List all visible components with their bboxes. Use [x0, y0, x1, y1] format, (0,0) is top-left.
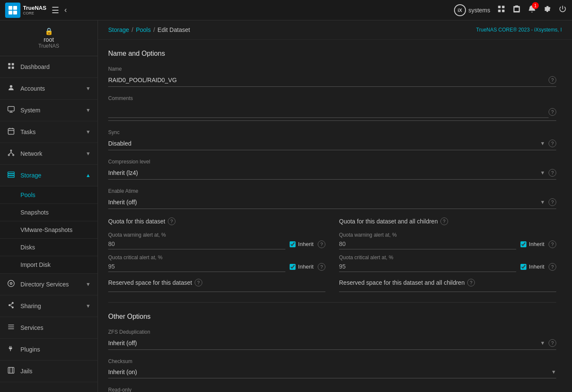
quota-children-warning-inherit-checkbox[interactable]: [520, 241, 526, 247]
sidebar-item-storage[interactable]: Storage ▲: [0, 165, 98, 186]
sidebar-subitem-vmware-snapshots[interactable]: VMware-Snapshots: [0, 221, 98, 239]
sidebar-subitem-pools[interactable]: Pools: [0, 186, 98, 204]
sidebar-item-services[interactable]: Services: [0, 317, 98, 339]
sidebar-item-tasks[interactable]: Tasks ▼: [0, 121, 98, 143]
compression-label: Compression level: [108, 159, 556, 165]
reserved-row: Reserved space for this dataset ?: [108, 279, 325, 292]
checksum-field: Checksum Inherit (on) ▼: [108, 358, 556, 378]
quota-children-warning-help[interactable]: ?: [549, 240, 556, 248]
checksum-dropdown[interactable]: Inherit (on) ▼: [108, 366, 556, 378]
network-arrow: ▼: [86, 151, 91, 157]
svg-point-21: [8, 280, 14, 287]
system-arrow: ▼: [86, 107, 91, 113]
sidebar-item-accounts[interactable]: Accounts ▼: [0, 78, 98, 100]
breadcrumb-version-link[interactable]: iXsystems, I: [534, 27, 562, 33]
sidebar-item-services-label: Services: [20, 324, 91, 331]
grid-icon[interactable]: [497, 5, 506, 15]
section1-title: Name and Options: [108, 50, 556, 57]
storage-icon: [7, 171, 15, 180]
user-host: TrueNAS: [38, 43, 59, 49]
quota-warning-help[interactable]: ?: [318, 240, 325, 248]
svg-point-25: [12, 306, 14, 309]
sidebar-item-directory-services[interactable]: Directory Services ▼: [0, 274, 98, 295]
sidebar-item-plugins[interactable]: Plugins: [0, 339, 98, 361]
alert-icon[interactable]: 1: [528, 5, 536, 15]
quota-children-critical-inherit[interactable]: Inherit: [520, 263, 544, 270]
quota-children-critical-inherit-checkbox[interactable]: [520, 264, 526, 270]
sync-help-icon[interactable]: ?: [549, 140, 556, 147]
breadcrumb-current: Edit Dataset: [158, 26, 190, 33]
svg-rect-6: [498, 10, 501, 12]
name-value: RAID0_POOL/RAID0_VG ?: [108, 74, 556, 87]
back-button[interactable]: ‹: [64, 6, 67, 14]
sidebar-item-dashboard[interactable]: Dashboard: [0, 56, 98, 78]
sidebar-subitem-disks[interactable]: Disks: [0, 239, 98, 256]
notification-badge: 1: [532, 2, 539, 9]
network-icon: [7, 149, 15, 158]
svg-rect-4: [498, 6, 501, 9]
dedup-label: ZFS Deduplication: [108, 329, 556, 335]
sidebar-item-system-label: System: [20, 107, 80, 114]
sidebar-item-dashboard-label: Dashboard: [20, 63, 91, 70]
comments-value[interactable]: ?: [108, 103, 556, 121]
logo-sub: CORE: [23, 11, 46, 15]
svg-point-15: [11, 150, 12, 151]
quota-critical-help[interactable]: ?: [318, 263, 325, 271]
quota-children-help-icon[interactable]: ?: [440, 217, 448, 225]
svg-rect-7: [502, 10, 505, 12]
quota-critical-inherit-checkbox[interactable]: [290, 264, 296, 270]
comments-help-icon[interactable]: ?: [549, 108, 556, 116]
quota-right: Quota for this dataset and all children …: [339, 217, 556, 292]
sidebar-item-system[interactable]: System ▼: [0, 100, 98, 121]
section2-title: Other Options: [108, 313, 556, 320]
quota-help-icon[interactable]: ?: [168, 217, 175, 225]
sidebar-subitem-snapshots[interactable]: Snapshots: [0, 204, 98, 221]
clipboard-icon[interactable]: [512, 5, 521, 15]
quota-warning-inherit-checkbox[interactable]: [290, 241, 296, 247]
sync-field: Sync Disabled ▼ ?: [108, 129, 556, 150]
atime-dropdown[interactable]: Inherit (off) ▼ ?: [108, 196, 556, 209]
sidebar-item-sharing[interactable]: Sharing ▼: [0, 295, 98, 317]
quota-children-warning-row: Quota warning alert at, % Inherit ?: [339, 232, 556, 249]
svg-rect-26: [8, 325, 14, 326]
breadcrumb-pools[interactable]: Pools: [136, 26, 151, 33]
quota-critical-input[interactable]: [108, 261, 285, 272]
sidebar-item-jails[interactable]: Jails: [0, 361, 98, 382]
sync-dropdown[interactable]: Disabled ▼ ?: [108, 137, 556, 150]
quota-warning-inherit[interactable]: Inherit: [290, 241, 313, 247]
plugins-icon: [7, 345, 15, 354]
settings-icon[interactable]: [543, 5, 552, 15]
dedup-dropdown[interactable]: Inherit (off) ▼ ?: [108, 337, 556, 350]
quota-warning-input[interactable]: [108, 239, 285, 249]
quota-children-warning-inherit[interactable]: Inherit: [520, 241, 544, 247]
quota-children-critical-help[interactable]: ?: [549, 263, 556, 271]
breadcrumb-storage[interactable]: Storage: [108, 26, 129, 33]
quota-children-warning-input[interactable]: [339, 239, 516, 249]
quota-children-warning-label: Quota warning alert at, %: [339, 232, 556, 238]
power-icon[interactable]: [558, 5, 567, 15]
atime-help-icon[interactable]: ?: [549, 198, 556, 206]
reserved-children-help[interactable]: ?: [467, 279, 475, 286]
svg-rect-20: [8, 176, 14, 177]
quota-warning-inherit-label: Inherit: [298, 241, 313, 247]
quota-children-warning-inherit-label: Inherit: [529, 241, 544, 247]
quota-critical-inherit-label: Inherit: [298, 263, 313, 270]
quota-children-critical-input[interactable]: [339, 261, 516, 272]
dedup-help-icon[interactable]: ?: [549, 339, 556, 347]
sidebar-item-network-label: Network: [20, 150, 80, 157]
sidebar-subitem-import-disk[interactable]: Import Disk: [0, 256, 98, 274]
compression-dropdown[interactable]: Inherit (lz4) ▼ ?: [108, 166, 556, 180]
comments-input[interactable]: [108, 106, 549, 118]
sidebar-item-network[interactable]: Network ▼: [0, 143, 98, 165]
hamburger-button[interactable]: ☰: [52, 5, 59, 15]
sidebar-item-plugins-label: Plugins: [20, 346, 91, 353]
compression-help-icon[interactable]: ?: [549, 169, 556, 177]
quota-critical-inherit[interactable]: Inherit: [290, 263, 313, 270]
svg-rect-14: [8, 129, 14, 134]
quota-section: Quota for this dataset ? Quota warning a…: [108, 217, 556, 292]
dedup-arrow: ▼: [540, 340, 545, 346]
name-field: Name RAID0_POOL/RAID0_VG ?: [108, 66, 556, 87]
sidebar-item-accounts-label: Accounts: [20, 85, 80, 92]
name-help-icon[interactable]: ?: [549, 76, 556, 84]
reserved-help[interactable]: ?: [195, 279, 202, 286]
